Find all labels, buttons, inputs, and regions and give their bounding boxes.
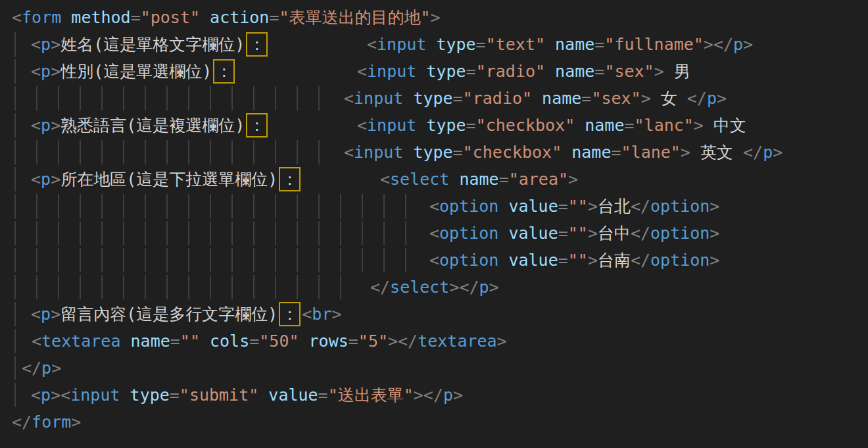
token-attr: name [555, 62, 594, 81]
token-attr: cols [210, 332, 249, 351]
token-eq: = [466, 116, 476, 135]
token-p: < [302, 305, 312, 324]
token-str: "checkbox" [476, 116, 575, 135]
token-txt [120, 332, 130, 351]
unicode-highlight-box: ： [213, 59, 235, 84]
token-txt: 所在地區(這是下拉選單欄位) [60, 170, 277, 189]
token-tag: option [439, 224, 498, 243]
token-p: > [654, 62, 664, 81]
token-eq: = [453, 143, 463, 162]
token-tag: p [41, 35, 51, 54]
code-line-13[interactable]: <textarea name="" cols="50" rows="5"></t… [0, 328, 868, 355]
code-line-5[interactable]: <p>熟悉語言(這是複選欄位)：<input type="checkbox" n… [0, 112, 868, 139]
token-txt [498, 197, 508, 216]
code-line-12[interactable]: <p>留言內容(這是多行文字欄位)：<br> [0, 301, 868, 328]
code-line-4[interactable]: <input type="radio" name="sex"> 女 </p> [0, 85, 868, 112]
code-line-1[interactable]: <form method="post" action="表單送出的目的地"> [0, 4, 868, 31]
token-p: < [380, 170, 390, 189]
token-p: < [60, 386, 70, 405]
token-attr: rows [309, 332, 349, 351]
indent-guide [14, 113, 16, 137]
token-attr: type [130, 386, 170, 405]
token-tag: p [41, 386, 51, 405]
token-p: > [331, 305, 341, 324]
token-tag: input [367, 116, 416, 135]
token-eq: = [453, 89, 463, 108]
token-str: "" [568, 197, 588, 216]
code-line-16[interactable]: </form> [0, 409, 868, 436]
token-eq: = [594, 62, 604, 81]
token-p: </ [631, 224, 650, 243]
token-p: < [344, 143, 354, 162]
token-txt: 台中 [598, 224, 631, 243]
token-eq: = [170, 332, 180, 351]
code-line-7[interactable]: <p>所在地區(這是下拉選單欄位)：<select name="area"> [0, 166, 868, 193]
token-eq: = [611, 143, 621, 162]
token-p: > [588, 251, 598, 270]
code-editor[interactable]: <form method="post" action="表單送出的目的地"><p… [0, 0, 868, 448]
token-tag: select [390, 278, 449, 297]
token-tag: option [439, 197, 498, 216]
code-line-11[interactable]: </select></p> [0, 274, 868, 301]
code-line-10[interactable]: <option value="">台南</option> [0, 247, 868, 274]
token-eq: = [269, 8, 279, 27]
code-segment: <option value="">台南</option> [429, 247, 719, 274]
token-p: </ [631, 197, 650, 216]
token-tag: p [41, 359, 51, 378]
token-tag: p [443, 386, 453, 405]
token-tag: input [354, 143, 403, 162]
code-line-2[interactable]: <p>姓名(這是單格文字欄位)：<input type="text" name=… [0, 31, 868, 58]
token-txt: 台南 [598, 251, 631, 270]
token-p: </ [743, 143, 763, 162]
token-tag: p [733, 35, 743, 54]
token-tag: p [763, 143, 773, 162]
code-line-9[interactable]: <option value="">台中</option> [0, 220, 868, 247]
token-txt: 男 [664, 62, 690, 81]
token-tag: p [41, 116, 51, 135]
token-txt [532, 89, 542, 108]
token-p: > [388, 332, 398, 351]
code-line-15[interactable]: <p><input type="submit" value="送出表單"></p… [0, 382, 868, 409]
token-p: </ [398, 332, 418, 351]
token-p: < [429, 251, 439, 270]
code-line-6[interactable]: <input type="checkbox" name="lane"> 英文 <… [0, 139, 868, 166]
token-tag: textarea [41, 332, 120, 351]
token-p: < [32, 332, 41, 351]
token-txt: 英文 [690, 143, 743, 162]
code-line-8[interactable]: <option value="">台北</option> [0, 193, 868, 220]
code-segment: <p>姓名(這是單格文字欄位)： [31, 31, 269, 58]
code-segment: <input type="text" name="fullname"></p> [367, 31, 753, 58]
indent-guide [14, 221, 417, 245]
token-eq: = [499, 170, 509, 189]
token-p: < [12, 8, 22, 27]
token-tag: p [41, 170, 51, 189]
token-attr: value [268, 386, 318, 405]
token-eq: = [558, 251, 568, 270]
token-attr: type [426, 62, 466, 81]
token-txt [61, 8, 71, 27]
token-eq: = [558, 197, 568, 216]
token-attr: value [508, 251, 558, 270]
token-str: "area" [509, 170, 568, 189]
token-txt [258, 386, 268, 405]
token-p: > [414, 386, 423, 405]
token-p: < [31, 35, 41, 54]
token-p: < [31, 386, 41, 405]
token-p: </ [459, 278, 479, 297]
token-attr: value [508, 197, 558, 216]
code-line-3[interactable]: <p>性別(這是單選欄位)：<input type="radio" name="… [0, 58, 868, 85]
token-eq: = [131, 8, 141, 27]
token-p: > [588, 197, 598, 216]
token-str: "lanc" [635, 116, 694, 135]
code-line-14[interactable]: </p> [0, 355, 868, 382]
token-p: > [51, 386, 60, 405]
token-tag: textarea [418, 332, 496, 351]
indent-guide [14, 59, 16, 84]
token-p: < [344, 89, 354, 108]
token-tag: p [41, 62, 51, 81]
token-attr: type [426, 116, 466, 135]
token-p: < [31, 116, 41, 135]
token-tag: p [479, 278, 489, 297]
token-tag: input [377, 35, 426, 54]
token-p: > [681, 143, 690, 162]
